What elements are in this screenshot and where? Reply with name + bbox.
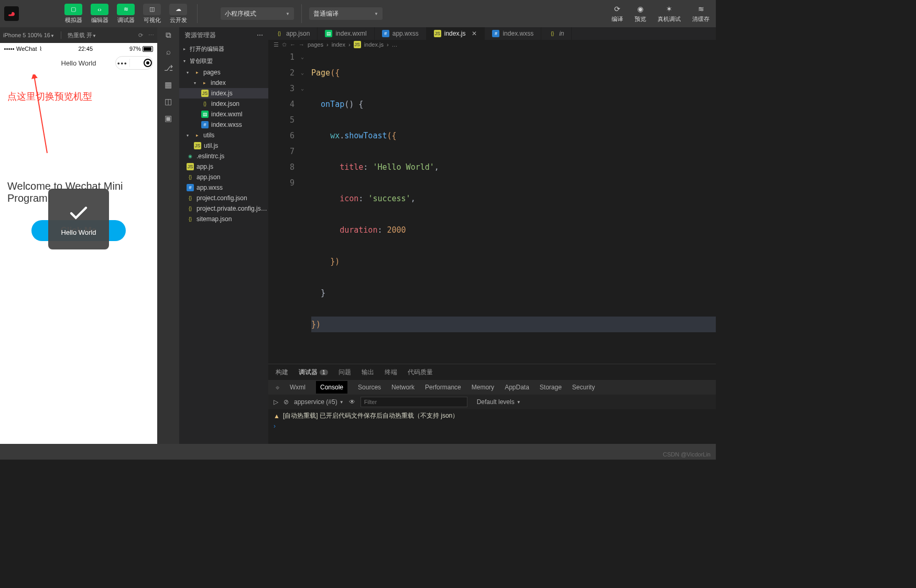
devtools-tabs: ⟐ Wxml Console Sources Network Performan…: [268, 380, 716, 395]
eye-icon[interactable]: 👁: [349, 398, 355, 406]
compile-action[interactable]: ⟳编译: [612, 5, 623, 23]
file-index-json[interactable]: {}index.json: [179, 99, 268, 109]
tab-index-wxss[interactable]: #index.wxss: [485, 27, 541, 40]
panel-tabs: 构建 调试器1 问题 输出 终端 代码质量: [268, 364, 716, 380]
debugger-button[interactable]: ≋调试器: [114, 4, 137, 24]
file-app-wxss[interactable]: #app.wxss: [179, 182, 268, 193]
editor-tabs: {}app.json ▤index.wxml #app.wxss JSindex…: [268, 27, 716, 40]
cloud-button[interactable]: ☁云开发: [167, 4, 190, 24]
simulator-button[interactable]: ▢模拟器: [62, 4, 85, 24]
filter-input[interactable]: [361, 397, 467, 407]
file-project-config[interactable]: {}project.config.json: [179, 193, 268, 203]
explorer-pane: 资源管理器⋯ ▸打开的编辑器 ▾皆创联盟 ▾▸pages ▾▸index JSi…: [179, 27, 268, 444]
devtab-wxml[interactable]: Wxml: [290, 384, 306, 391]
warning-icon: ▲: [274, 412, 280, 420]
console-filters: ▷ ⊘ appservice (#5)▼ 👁 Default levels▼: [268, 395, 716, 409]
app-logo: [4, 6, 19, 21]
console-output: ▲[自动热重载] 已开启代码文件保存后自动热重载（不支持 json） ›: [268, 409, 716, 444]
devtab-storage[interactable]: Storage: [540, 384, 562, 391]
file-util-js[interactable]: JSutil.js: [179, 140, 268, 151]
file-app-json[interactable]: {}app.json: [179, 172, 268, 182]
tab-app-wxss[interactable]: #app.wxss: [375, 27, 427, 40]
separator: [301, 4, 302, 23]
devtab-network[interactable]: Network: [391, 384, 415, 391]
devtab-console[interactable]: Console: [316, 381, 347, 394]
folder-utils[interactable]: ▾▸utils: [179, 130, 268, 140]
gutter: 123456789: [268, 49, 301, 364]
device-select[interactable]: iPhone 5 100% 16▼: [3, 32, 54, 38]
panel-build[interactable]: 构建: [276, 368, 288, 377]
folder-index[interactable]: ▾▸index: [179, 78, 268, 88]
panel-output[interactable]: 输出: [362, 368, 374, 377]
devtab-memory[interactable]: Memory: [472, 384, 494, 391]
folder-pages[interactable]: ▾▸pages: [179, 67, 268, 78]
tab-app-json[interactable]: {}app.json: [268, 27, 318, 40]
devtab-security[interactable]: Security: [572, 384, 595, 391]
phone-statusbar: WeChat⌇ 22:45 97%: [0, 43, 157, 55]
mode-dropdown[interactable]: 小程序模式▼: [221, 7, 294, 20]
file-index-wxss[interactable]: #index.wxss: [179, 119, 268, 130]
preview-action[interactable]: ◉预览: [635, 5, 646, 23]
bottom-panel: 构建 调试器1 问题 输出 终端 代码质量 ⟐ Wxml Console Sou…: [268, 364, 716, 444]
editor-activitybar: ⧉ ⌕ ⎇ ▦ ◫ ▣: [157, 27, 179, 444]
grid-icon[interactable]: ▦: [165, 80, 172, 90]
docker-icon[interactable]: ▣: [165, 114, 172, 123]
tab-index-wxml[interactable]: ▤index.wxml: [318, 27, 374, 40]
file-sitemap[interactable]: {}sitemap.json: [179, 214, 268, 224]
tab-overflow[interactable]: {}in: [541, 27, 572, 40]
context-select[interactable]: appservice (#5)▼: [294, 398, 344, 406]
phone-simulator: WeChat⌇ 22:45 97% Hello World ••• 点这里切换预…: [0, 43, 157, 444]
project-section[interactable]: 皆创联盟: [190, 57, 213, 65]
levels-select[interactable]: Default levels▼: [477, 398, 521, 406]
simulator-pane: iPhone 5 100% 16▼ 热重载 开▼ ⟳⋯ WeChat⌇ 22:4…: [0, 27, 157, 444]
box-icon[interactable]: ◫: [165, 97, 172, 106]
phone-time: 22:45: [78, 46, 93, 52]
clearcache-action[interactable]: ≋清缓存: [692, 5, 710, 23]
panel-problems[interactable]: 问题: [339, 368, 351, 377]
file-app-js[interactable]: JSapp.js: [179, 161, 268, 172]
run-icon[interactable]: ▷: [274, 398, 278, 406]
panel-debugger[interactable]: 调试器1: [299, 368, 328, 377]
hotreload-toggle[interactable]: 热重载 开▼: [68, 31, 96, 39]
files-icon[interactable]: ⧉: [166, 30, 171, 40]
panel-terminal[interactable]: 终端: [385, 368, 397, 377]
more-icon[interactable]: ⋯: [148, 32, 154, 39]
watermark: CSDN @VicdorLin: [663, 451, 711, 458]
tab-index-js[interactable]: JSindex.js✕: [427, 27, 485, 40]
inspect-icon[interactable]: ⟐: [276, 384, 279, 391]
clear-icon[interactable]: ⊘: [283, 398, 289, 406]
console-prompt[interactable]: ›: [274, 420, 711, 430]
more-icon[interactable]: ⋯: [257, 31, 263, 39]
search-icon[interactable]: ⌕: [166, 47, 171, 56]
toast-text: Hello World: [61, 228, 96, 236]
devtab-appdata[interactable]: AppData: [505, 384, 529, 391]
visual-button[interactable]: ◫可视化: [140, 4, 163, 24]
annotation-hint: 点这里切换预览机型: [0, 71, 157, 103]
capsule-menu[interactable]: •••: [115, 56, 153, 70]
compile-dropdown[interactable]: 普通编译▼: [309, 7, 383, 20]
wifi-icon: ⌇: [39, 46, 42, 52]
editor-pane: {}app.json ▤index.wxml #app.wxss JSindex…: [268, 27, 716, 444]
toast-popup: Hello World: [48, 189, 109, 249]
editor-button[interactable]: ‹›编辑器: [88, 4, 111, 24]
realdevice-action[interactable]: ✶真机调试: [658, 5, 681, 23]
branch-icon[interactable]: ⎇: [164, 63, 173, 73]
explorer-title: 资源管理器: [184, 31, 216, 40]
close-icon[interactable]: ✕: [468, 30, 477, 37]
code-editor[interactable]: 123456789 ⌄⌄⌄ Page({ onTap() { wx.showTo…: [268, 49, 716, 364]
panel-quality[interactable]: 代码质量: [408, 368, 433, 377]
file-project-private-config[interactable]: {}project.private.config.js…: [179, 203, 268, 214]
page-title: Hello World: [61, 59, 96, 67]
devtab-sources[interactable]: Sources: [358, 384, 381, 391]
file-index-wxml[interactable]: ▤index.wxml: [179, 109, 268, 119]
phone-navbar: Hello World •••: [0, 55, 157, 71]
breadcrumbs[interactable]: ☰✩←→ pages›index›JSindex.js›…: [268, 40, 716, 49]
console-warning: [自动热重载] 已开启代码文件保存后自动热重载（不支持 json）: [283, 411, 459, 420]
top-toolbar: ▢模拟器 ‹›编辑器 ≋调试器 ◫可视化 ☁云开发 小程序模式▼ 普通编译▼ ⟳…: [0, 0, 716, 27]
devtab-performance[interactable]: Performance: [425, 384, 461, 391]
refresh-icon[interactable]: ⟳: [138, 32, 143, 39]
file-index-js[interactable]: JSindex.js: [179, 88, 268, 99]
file-eslint[interactable]: ◉.eslintrc.js: [179, 151, 268, 161]
open-editors-section[interactable]: 打开的编辑器: [190, 45, 224, 53]
file-tree: ▾▸pages ▾▸index JSindex.js {}index.json …: [179, 67, 268, 224]
